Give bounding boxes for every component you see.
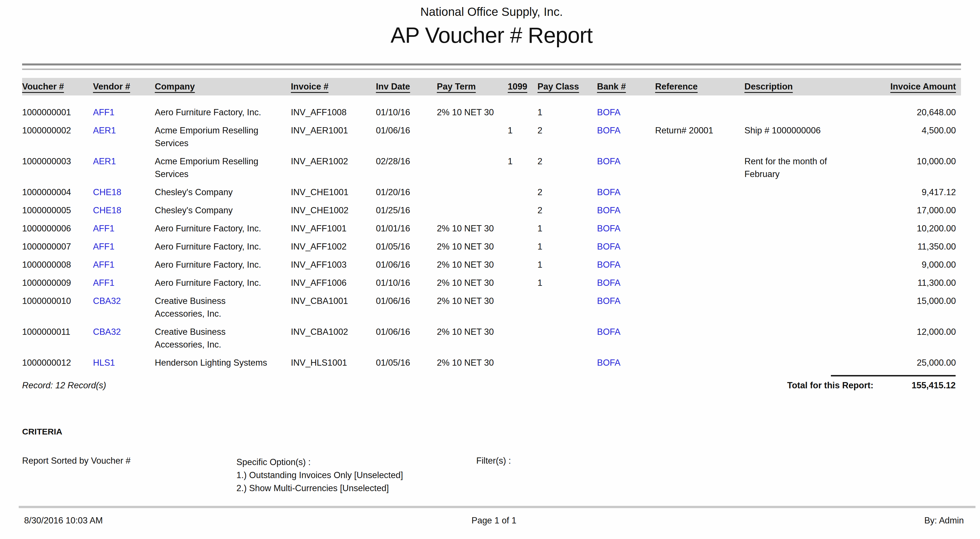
cell-bank-number[interactable]: BOFA xyxy=(597,204,655,222)
criteria-option: 2.) Show Multi-Currencies [Unselected] xyxy=(236,482,476,495)
voucher-table: Voucher #Vendor #CompanyInvoice #Inv Dat… xyxy=(22,78,961,374)
cell-pay-term: 2% 10 NET 30 xyxy=(437,356,508,374)
col-header-invoice-number: Invoice # xyxy=(291,78,376,95)
cell-bank-number[interactable]: BOFA xyxy=(597,222,655,240)
cell-invoice-date: 01/05/16 xyxy=(376,240,437,258)
cell-vendor-number[interactable]: AFF1 xyxy=(93,258,155,276)
table-row: 1000000011CBA32Creative Business Accesso… xyxy=(22,325,961,356)
report-page: National Office Supply, Inc. AP Voucher … xyxy=(0,0,980,539)
cell-pay-term: 2% 10 NET 30 xyxy=(437,276,508,295)
cell-vendor-number[interactable]: AFF1 xyxy=(93,276,155,295)
cell-reference: Return# 20001 xyxy=(655,124,745,155)
cell-pay-term xyxy=(437,204,508,222)
cell-invoice-number: INV_AFF1003 xyxy=(291,258,376,276)
cell-description: Ship # 1000000006 xyxy=(745,124,865,155)
col-header-vendor-number: Vendor # xyxy=(93,78,155,95)
cell-pay-term: 2% 10 NET 30 xyxy=(437,240,508,258)
cell-description xyxy=(745,258,865,276)
cell-pay-term: 2% 10 NET 30 xyxy=(437,95,508,124)
cell-vendor-number[interactable]: AER1 xyxy=(93,155,155,186)
cell-invoice-date: 01/10/16 xyxy=(376,276,437,295)
total-label: Total for this Report: xyxy=(787,380,873,391)
total-amount: 155,415.12 xyxy=(873,380,961,391)
cell-pay-class: 2 xyxy=(538,204,597,222)
cell-vendor-number[interactable]: AFF1 xyxy=(93,95,155,124)
col-header-invoice-date: Inv Date xyxy=(376,78,437,95)
criteria-options-label: Specific Option(s) : xyxy=(236,456,476,468)
cell-pay-term: 2% 10 NET 30 xyxy=(437,222,508,240)
cell-bank-number[interactable]: BOFA xyxy=(597,295,655,325)
cell-pay-class xyxy=(538,295,597,325)
cell-invoice-amount: 20,648.00 xyxy=(865,95,961,124)
cell-pay-class xyxy=(538,356,597,374)
cell-invoice-date: 01/06/16 xyxy=(376,124,437,155)
cell-bank-number[interactable]: BOFA xyxy=(597,356,655,374)
total-sum-line xyxy=(831,375,956,376)
cell-vendor-number[interactable]: CHE18 xyxy=(93,204,155,222)
cell-pay-class: 2 xyxy=(538,155,597,186)
criteria-heading: CRITERIA xyxy=(22,427,961,436)
cell-1099-flag xyxy=(508,325,538,356)
cell-company-name: Aero Furniture Factory, Inc. xyxy=(155,258,291,276)
cell-voucher-number: 1000000006 xyxy=(22,222,93,240)
cell-vendor-number[interactable]: AER1 xyxy=(93,124,155,155)
record-count: Record: 12 Record(s) xyxy=(22,380,106,391)
cell-company-name: Creative Business Accessories, Inc. xyxy=(155,325,291,356)
cell-company-name: Acme Emporium Reselling Services xyxy=(155,155,291,186)
cell-company-name: Creative Business Accessories, Inc. xyxy=(155,295,291,325)
cell-bank-number[interactable]: BOFA xyxy=(597,95,655,124)
cell-pay-class: 2 xyxy=(538,124,597,155)
cell-bank-number[interactable]: BOFA xyxy=(597,258,655,276)
voucher-table-body: 1000000001AFF1Aero Furniture Factory, In… xyxy=(22,95,961,374)
col-header-invoice-amount: Invoice Amount xyxy=(865,78,961,95)
col-header-reference: Reference xyxy=(655,78,745,95)
table-row: 1000000003AER1Acme Emporium Reselling Se… xyxy=(22,155,961,186)
cell-description xyxy=(745,95,865,124)
cell-vendor-number[interactable]: CBA32 xyxy=(93,295,155,325)
col-header-description: Description xyxy=(745,78,865,95)
cell-invoice-number: INV_AER1002 xyxy=(291,155,376,186)
cell-vendor-number[interactable]: AFF1 xyxy=(93,222,155,240)
cell-reference xyxy=(655,356,745,374)
cell-pay-term: 2% 10 NET 30 xyxy=(437,325,508,356)
cell-bank-number[interactable]: BOFA xyxy=(597,276,655,295)
cell-pay-term xyxy=(437,155,508,186)
cell-bank-number[interactable]: BOFA xyxy=(597,155,655,186)
cell-bank-number[interactable]: BOFA xyxy=(597,325,655,356)
cell-invoice-date: 01/20/16 xyxy=(376,186,437,204)
page-title: AP Voucher # Report xyxy=(22,22,961,49)
cell-vendor-number[interactable]: HLS1 xyxy=(93,356,155,374)
report-header: National Office Supply, Inc. AP Voucher … xyxy=(22,0,961,49)
cell-invoice-date: 01/01/16 xyxy=(376,222,437,240)
col-header-1099-flag: 1099 xyxy=(508,78,538,95)
cell-pay-class: 2 xyxy=(538,186,597,204)
criteria-section: CRITERIA Report Sorted by Voucher # Spec… xyxy=(22,427,961,495)
cell-voucher-number: 1000000012 xyxy=(22,356,93,374)
table-row: 1000000006AFF1Aero Furniture Factory, In… xyxy=(22,222,961,240)
cell-description: Rent for the month of February xyxy=(745,155,865,186)
cell-invoice-amount: 10,200.00 xyxy=(865,222,961,240)
company-name-title: National Office Supply, Inc. xyxy=(22,5,961,19)
table-row: 1000000009AFF1Aero Furniture Factory, In… xyxy=(22,276,961,295)
cell-pay-class: 1 xyxy=(538,95,597,124)
cell-bank-number[interactable]: BOFA xyxy=(597,240,655,258)
table-header: Voucher #Vendor #CompanyInvoice #Inv Dat… xyxy=(22,78,961,95)
cell-vendor-number[interactable]: CHE18 xyxy=(93,186,155,204)
criteria-options-list: 1.) Outstanding Invoices Only [Unselecte… xyxy=(236,469,476,495)
col-header-company-name: Company xyxy=(155,78,291,95)
cell-bank-number[interactable]: BOFA xyxy=(597,124,655,155)
title-divider xyxy=(22,63,961,70)
cell-voucher-number: 1000000005 xyxy=(22,204,93,222)
cell-vendor-number[interactable]: CBA32 xyxy=(93,325,155,356)
cell-1099-flag xyxy=(508,258,538,276)
cell-description xyxy=(745,204,865,222)
cell-voucher-number: 1000000008 xyxy=(22,258,93,276)
cell-pay-class: 1 xyxy=(538,276,597,295)
cell-1099-flag xyxy=(508,276,538,295)
cell-bank-number[interactable]: BOFA xyxy=(597,186,655,204)
cell-description xyxy=(745,325,865,356)
divider-line-light xyxy=(22,68,961,70)
cell-company-name: Aero Furniture Factory, Inc. xyxy=(155,240,291,258)
cell-vendor-number[interactable]: AFF1 xyxy=(93,240,155,258)
col-header-pay-class: Pay Class xyxy=(538,78,597,95)
